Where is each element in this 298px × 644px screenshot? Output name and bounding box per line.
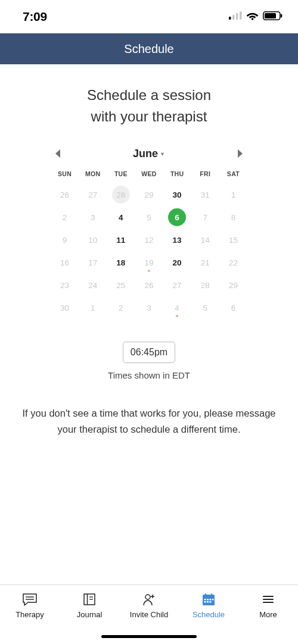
calendar-cell: 1 <box>219 183 247 206</box>
calendar-cell: 8 <box>219 206 247 229</box>
calendar-day: 29 <box>224 276 242 294</box>
calendar-cell: 26 <box>51 183 79 206</box>
calendar-cell[interactable]: 11 <box>107 229 135 251</box>
calendar-cell: 29 <box>219 274 247 296</box>
calendar-cell[interactable]: 6 <box>163 206 191 229</box>
calendar-cell: 30 <box>51 296 79 319</box>
calendar-cell[interactable]: 4 <box>107 206 135 229</box>
day-of-week-header: MON <box>79 170 107 183</box>
calendar-cell: 2 <box>51 206 79 229</box>
tab-label: Therapy <box>15 610 44 619</box>
calendar-day: 27 <box>168 276 186 294</box>
timezone-note: Times shown in EDT <box>0 370 298 380</box>
calendar-icon <box>200 592 217 607</box>
calendar-cell: 3 <box>135 296 163 319</box>
calendar-day: 26 <box>56 186 74 204</box>
calendar-day: 29 <box>140 186 158 204</box>
wifi-icon <box>246 11 259 23</box>
calendar-day[interactable]: 4 <box>112 208 130 226</box>
calendar-cell: 23 <box>51 274 79 296</box>
page-title: Schedule a session with your therapist <box>0 85 298 127</box>
calendar-cell[interactable]: 18 <box>107 251 135 274</box>
month-selector[interactable]: June ▼ <box>133 148 165 160</box>
calendar-day: 23 <box>56 276 74 294</box>
svg-rect-26 <box>207 601 209 603</box>
calendar-day[interactable]: 30 <box>168 186 186 204</box>
calendar-cell: 1 <box>79 296 107 319</box>
help-text: If you don't see a time that works for y… <box>0 405 298 437</box>
prev-month-button[interactable] <box>53 149 63 158</box>
calendar-cell: 5 <box>135 206 163 229</box>
calendar-cell: 10 <box>79 229 107 251</box>
calendar-day: 1 <box>84 299 102 317</box>
calendar-day: 30 <box>56 299 74 317</box>
timeslot-section: 06:45pm Times shown in EDT <box>0 342 298 380</box>
calendar-day: 26 <box>140 276 158 294</box>
calendar-day[interactable]: 18 <box>112 254 130 271</box>
calendar-cell[interactable]: 30 <box>163 183 191 206</box>
next-month-button[interactable] <box>235 149 245 158</box>
cellular-icon <box>229 11 242 22</box>
status-time: 7:09 <box>23 10 47 24</box>
svg-rect-2 <box>236 13 238 20</box>
calendar-cell: 25 <box>107 274 135 296</box>
calendar-cell: 15 <box>219 229 247 251</box>
calendar-day: 5 <box>140 208 158 226</box>
svg-rect-23 <box>210 599 212 601</box>
calendar-day: 15 <box>224 231 242 249</box>
svg-rect-6 <box>265 13 276 18</box>
calendar-day: 17 <box>84 254 102 271</box>
calendar-cell: 14 <box>191 229 219 251</box>
title-line-2: with your therapist <box>0 106 298 127</box>
calendar-cell: 17 <box>79 251 107 274</box>
svg-rect-1 <box>232 15 235 20</box>
calendar-day: 19 <box>140 254 158 271</box>
calendar: June ▼ SUNMONTUEWEDTHUFRISAT262728293031… <box>51 144 247 319</box>
tab-more[interactable]: More <box>238 585 298 644</box>
calendar-day[interactable]: 6 <box>168 208 186 226</box>
day-of-week-header: THU <box>163 170 191 183</box>
calendar-day: 9 <box>56 231 74 249</box>
calendar-day: 31 <box>196 186 214 204</box>
calendar-day: 8 <box>224 208 242 226</box>
calendar-day: 5 <box>196 299 214 317</box>
menu-icon <box>260 592 277 607</box>
day-of-week-header: TUE <box>107 170 135 183</box>
calendar-day: 28 <box>196 276 214 294</box>
calendar-day[interactable]: 13 <box>168 231 186 249</box>
event-dot <box>148 270 150 272</box>
calendar-day: 2 <box>112 299 130 317</box>
svg-rect-7 <box>281 14 282 17</box>
calendar-cell[interactable]: 20 <box>163 251 191 274</box>
svg-rect-3 <box>240 11 242 20</box>
calendar-day[interactable]: 11 <box>112 231 130 249</box>
calendar-day: 14 <box>196 231 214 249</box>
calendar-cell: 21 <box>191 251 219 274</box>
svg-rect-27 <box>210 601 212 603</box>
svg-marker-9 <box>238 149 243 158</box>
calendar-cell: 16 <box>51 251 79 274</box>
timeslot-button[interactable]: 06:45pm <box>123 342 175 363</box>
calendar-cell[interactable]: 13 <box>163 229 191 251</box>
svg-rect-24 <box>212 599 214 601</box>
calendar-header: June ▼ <box>51 144 247 163</box>
calendar-cell: 28 <box>191 274 219 296</box>
calendar-day: 16 <box>56 254 74 271</box>
calendar-cell: 2 <box>107 296 135 319</box>
calendar-cell: 27 <box>163 274 191 296</box>
title-line-1: Schedule a session <box>0 85 298 106</box>
tab-therapy[interactable]: Therapy <box>0 585 60 644</box>
calendar-cell: 4 <box>163 296 191 319</box>
calendar-cell: 24 <box>79 274 107 296</box>
calendar-cell: 5 <box>191 296 219 319</box>
calendar-day: 10 <box>84 231 102 249</box>
tab-label: Invite Child <box>130 610 168 619</box>
calendar-cell: 28 <box>107 183 135 206</box>
calendar-day: 24 <box>84 276 102 294</box>
calendar-day[interactable]: 20 <box>168 254 186 271</box>
calendar-cell: 27 <box>79 183 107 206</box>
tab-bar: Therapy Journal Invite Child <box>0 584 298 644</box>
calendar-day: 12 <box>140 231 158 249</box>
svg-rect-22 <box>207 599 209 601</box>
calendar-day: 21 <box>196 254 214 271</box>
